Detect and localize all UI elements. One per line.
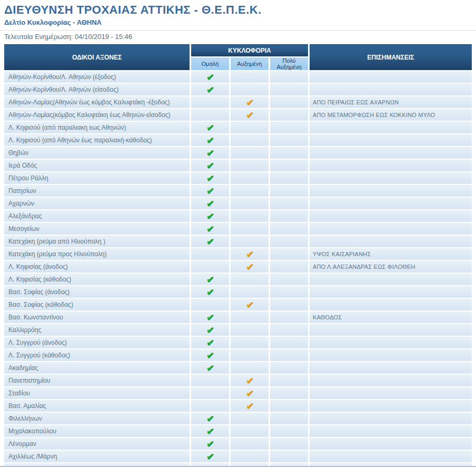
check-icon: ✔ — [206, 237, 214, 246]
road-axis-label: Καλλιρρόης — [4, 324, 190, 336]
status-cell-very-increased — [270, 210, 308, 222]
column-subheader-increased: Αυξημένη — [231, 57, 269, 70]
status-cell-normal — [191, 261, 229, 273]
remark-cell — [310, 400, 472, 412]
remark-cell — [310, 438, 472, 450]
status-cell-increased — [231, 349, 269, 361]
check-icon: ✔ — [206, 199, 214, 208]
status-cell-increased — [231, 84, 269, 95]
check-icon: ✔ — [245, 250, 254, 259]
status-cell-very-increased — [270, 109, 308, 121]
road-axis-label: Κατεχάκη (ρεύμα προς Ηλιούπολη) — [4, 248, 190, 260]
check-icon: ✔ — [206, 73, 214, 82]
status-cell-very-increased — [270, 425, 308, 437]
check-icon: ✔ — [206, 313, 214, 322]
check-icon: ✔ — [245, 98, 254, 107]
remark-cell — [310, 185, 472, 197]
road-axis-label: Βασ. Σοφίας (κάθοδος) — [4, 299, 190, 310]
status-cell-normal: ✔ — [191, 185, 229, 197]
remark-cell — [310, 223, 472, 235]
status-cell-very-increased — [270, 438, 308, 450]
top-divider — [0, 30, 476, 31]
remark-cell — [310, 299, 472, 310]
road-axis-label: Βασ. Κωνσταντίνου — [4, 312, 190, 323]
status-cell-increased: ✔ — [231, 109, 269, 121]
road-axis-label: Αθηνών-Κορίνθου/Λ. Αθηνών (είσοδος) — [4, 84, 190, 95]
table-row: Βασ. Σοφίας (κάθοδος)✔ — [4, 299, 472, 310]
status-cell-increased: ✔ — [231, 248, 269, 260]
check-icon: ✔ — [245, 376, 254, 385]
status-cell-very-increased — [270, 375, 308, 386]
last-update-label: Τελευταία Ενημέρωση: — [4, 33, 73, 41]
remark-cell — [310, 451, 472, 462]
remark-cell — [310, 324, 472, 336]
status-cell-increased: ✔ — [231, 261, 269, 273]
table-row: Λ. Κηφισίας (άνοδος)✔ΑΠΟ Λ.ΑΛΕΞΑΝΔΡΑΣ ΕΩ… — [4, 261, 472, 273]
status-cell-very-increased — [270, 274, 308, 285]
remark-cell — [310, 210, 472, 222]
status-cell-normal: ✔ — [191, 451, 229, 462]
status-cell-normal: ✔ — [191, 198, 229, 209]
status-cell-very-increased — [270, 413, 308, 424]
table-row: Λ. Συγγρού (κάθοδος)✔ — [4, 349, 472, 361]
status-cell-very-increased — [270, 172, 308, 184]
status-cell-increased — [231, 223, 269, 235]
status-cell-normal: ✔ — [191, 223, 229, 235]
status-cell-increased — [231, 210, 269, 222]
check-icon: ✔ — [245, 111, 254, 120]
table-row: Φιλελλήνων✔ — [4, 413, 472, 424]
status-cell-very-increased — [270, 122, 308, 133]
table-row: Αθηνών-Κορίνθου/Λ. Αθηνών (έξοδος)✔ — [4, 71, 472, 83]
road-axis-label: Θηβών — [4, 147, 190, 159]
last-update: Τελευταία Ενημέρωση: 04/10/2019 - 15:46 — [4, 33, 476, 41]
status-cell-normal: ✔ — [191, 312, 229, 323]
table-row: Βασ. Σοφίας (άνοδος)✔ — [4, 286, 472, 298]
table-row: Πατησίων✔ — [4, 185, 472, 197]
remark-cell: ΑΠΟ ΜΕΤΑΜΟΡΦΩΣΗ ΕΩΣ ΚΟΚΚΙΝΟ ΜΥΛΟ — [310, 109, 472, 121]
table-row: Πανεπιστημίου✔ — [4, 375, 472, 386]
check-icon: ✔ — [206, 212, 214, 221]
status-cell-very-increased — [270, 286, 308, 298]
remark-cell — [310, 413, 472, 424]
road-axis-label: Λ. Συγγρού (άνοδος) — [4, 337, 190, 348]
table-row: Αθηνών-Λαμίας(κόμβος Καλυφτάκη έως Αθηνώ… — [4, 109, 472, 121]
check-icon: ✔ — [206, 161, 214, 170]
status-cell-very-increased — [270, 312, 308, 323]
traffic-table-body: Αθηνών-Κορίνθου/Λ. Αθηνών (έξοδος)✔Αθηνώ… — [4, 71, 472, 467]
table-row: Ακαδημίας✔ — [4, 362, 472, 374]
status-cell-increased — [231, 172, 269, 184]
status-cell-increased — [231, 451, 269, 462]
status-cell-normal: ✔ — [191, 84, 229, 95]
status-cell-increased: ✔ — [231, 299, 269, 310]
status-cell-very-increased — [270, 147, 308, 159]
status-cell-increased — [231, 413, 269, 424]
table-row: Βασ. Κωνσταντίνου✔ΚΑΘΟΔΟΣ — [4, 312, 472, 323]
status-cell-increased — [231, 236, 269, 247]
table-row: Μιχαλακοπούλου✔ — [4, 425, 472, 437]
status-cell-normal: ✔ — [191, 286, 229, 298]
table-row: Βασ. Αμαλίας✔ — [4, 400, 472, 412]
status-cell-increased — [231, 160, 269, 171]
remark-cell — [310, 375, 472, 386]
status-cell-very-increased — [270, 185, 308, 197]
remark-cell — [310, 71, 472, 83]
status-cell-increased: ✔ — [231, 96, 269, 108]
table-row: Σταδίου✔ — [4, 387, 472, 399]
check-icon: ✔ — [206, 452, 214, 461]
status-cell-increased — [231, 324, 269, 336]
column-header-axes: ΟΔΙΚΟΙ ΑΞΟΝΕΣ — [4, 44, 190, 70]
status-cell-normal: ✔ — [191, 413, 229, 424]
remark-cell — [310, 84, 472, 95]
check-icon: ✔ — [206, 187, 214, 196]
status-cell-normal: ✔ — [191, 134, 229, 146]
status-cell-increased: ✔ — [231, 387, 269, 399]
check-icon: ✔ — [206, 440, 214, 449]
status-cell-very-increased — [270, 84, 308, 95]
table-row: Λ. Κηφισίας (κάθοδος)✔ — [4, 274, 472, 285]
check-icon: ✔ — [206, 364, 214, 373]
status-cell-very-increased — [270, 96, 308, 108]
remark-cell: ΥΨΟΣ ΚΑΙΣΑΡΙΑΝΗΣ — [310, 248, 472, 260]
remark-cell: ΚΑΘΟΔΟΣ — [310, 312, 472, 323]
status-cell-increased — [231, 134, 269, 146]
road-axis-label: Βασ. Αμαλίας — [4, 400, 190, 412]
